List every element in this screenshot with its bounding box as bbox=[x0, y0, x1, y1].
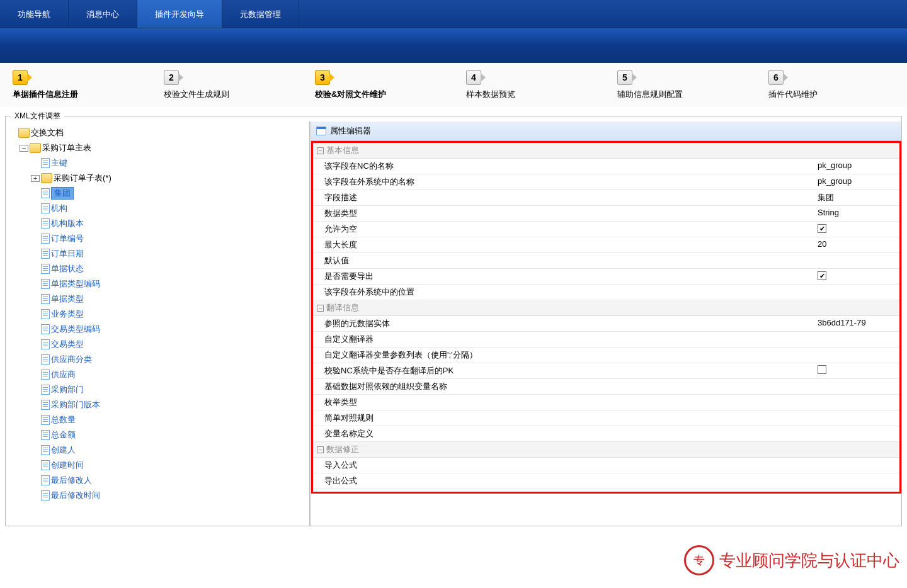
tree-label: 交易类型 bbox=[51, 339, 84, 350]
tree-node[interactable]: −采购订单主表 bbox=[8, 140, 307, 155]
step-label: 辅助信息规则配置 bbox=[617, 89, 756, 100]
tree-label: 供应商 bbox=[51, 369, 76, 380]
tree-node[interactable]: 采购部门 bbox=[8, 382, 307, 397]
tree-node[interactable]: 交易类型编码 bbox=[8, 322, 307, 337]
tree-node[interactable]: 订单日期 bbox=[8, 246, 307, 261]
prop-row[interactable]: 允许为空 bbox=[313, 222, 899, 237]
tree-node[interactable]: 总金额 bbox=[8, 427, 307, 443]
prop-value[interactable] bbox=[818, 397, 899, 408]
tree-node[interactable]: 总数量 bbox=[8, 412, 307, 427]
section-collapse-icon[interactable]: − bbox=[317, 446, 324, 453]
prop-value[interactable] bbox=[818, 286, 899, 298]
tree-node[interactable]: 单据状态 bbox=[8, 261, 307, 276]
prop-row[interactable]: 参照的元数据实体3b6dd171-79 bbox=[313, 316, 899, 332]
prop-value[interactable] bbox=[818, 223, 899, 235]
prop-row[interactable]: 自定义翻译器变量参数列表（使用';'分隔） bbox=[313, 348, 899, 363]
prop-value[interactable] bbox=[818, 255, 899, 266]
prop-value[interactable] bbox=[818, 334, 899, 345]
step-label: 插件代码维护 bbox=[768, 89, 907, 100]
tree-node[interactable]: +采购订单子表(*) bbox=[8, 171, 307, 186]
wizard-step-5[interactable]: 5辅助信息规则配置 bbox=[605, 70, 756, 100]
tree-node[interactable]: 最后修改时间 bbox=[8, 488, 307, 503]
prop-value[interactable]: String bbox=[818, 208, 899, 219]
prop-value[interactable] bbox=[818, 428, 899, 439]
tree-node[interactable]: 供应商 bbox=[8, 367, 307, 382]
prop-value[interactable] bbox=[818, 349, 899, 361]
prop-row[interactable]: 基础数据对照依赖的组织变量名称 bbox=[313, 379, 899, 395]
prop-value[interactable] bbox=[818, 460, 899, 471]
tree-node[interactable]: 订单编号 bbox=[8, 231, 307, 246]
prop-row[interactable]: 该字段在NC的名称pk_group bbox=[313, 159, 899, 174]
prop-row[interactable]: 导出公式 bbox=[313, 473, 899, 489]
tree-label: 采购部门版本 bbox=[51, 399, 100, 410]
prop-value[interactable] bbox=[818, 381, 899, 392]
prop-value[interactable]: 集团 bbox=[818, 192, 899, 203]
tree-pane[interactable]: 交换文档−采购订单主表主键+采购订单子表(*)集团机构机构版本订单编号订单日期单… bbox=[6, 122, 311, 526]
prop-value[interactable]: pk_group bbox=[818, 176, 899, 188]
prop-row[interactable]: 简单对照规则 bbox=[313, 410, 899, 426]
prop-value[interactable] bbox=[818, 271, 899, 282]
watermark: 专 专业顾问学院与认证中心 bbox=[684, 545, 899, 575]
tree-node[interactable]: 交易类型 bbox=[8, 337, 307, 352]
tree-node[interactable]: 最后修改人 bbox=[8, 473, 307, 488]
wizard-step-4[interactable]: 4样本数据预览 bbox=[454, 70, 605, 100]
top-tab-1[interactable]: 消息中心 bbox=[69, 0, 137, 28]
prop-row[interactable]: 变量名称定义 bbox=[313, 426, 899, 442]
prop-value[interactable]: pk_group bbox=[818, 161, 899, 172]
tree-node[interactable]: 机构 bbox=[8, 201, 307, 216]
prop-value[interactable] bbox=[818, 412, 899, 424]
prop-row[interactable]: 最大长度20 bbox=[313, 237, 899, 253]
top-tab-3[interactable]: 元数据管理 bbox=[222, 0, 299, 28]
checkbox-icon[interactable] bbox=[818, 365, 826, 374]
tree-node[interactable]: 采购部门版本 bbox=[8, 397, 307, 412]
expand-toggle-icon[interactable]: + bbox=[31, 175, 40, 182]
prop-section-header[interactable]: −翻译信息 bbox=[313, 300, 899, 316]
folder-icon bbox=[41, 173, 52, 183]
wizard-step-6[interactable]: 6插件代码维护 bbox=[756, 70, 907, 100]
prop-row[interactable]: 导入公式 bbox=[313, 458, 899, 473]
section-collapse-icon[interactable]: − bbox=[317, 305, 324, 312]
prop-row[interactable]: 枚举类型 bbox=[313, 395, 899, 410]
section-collapse-icon[interactable]: − bbox=[317, 147, 324, 154]
tree-node[interactable]: 创建时间 bbox=[8, 458, 307, 473]
tree-node[interactable]: 供应商分类 bbox=[8, 352, 307, 367]
prop-row[interactable]: 该字段在外系统中的位置 bbox=[313, 285, 899, 300]
prop-row[interactable]: 是否需要导出 bbox=[313, 269, 899, 285]
step-number-icon: 1 bbox=[13, 70, 28, 85]
wizard-step-1[interactable]: 1单据插件信息注册 bbox=[0, 70, 151, 100]
prop-value[interactable]: 3b6dd171-79 bbox=[818, 318, 899, 329]
tree-label: 交易类型编码 bbox=[51, 324, 100, 335]
prop-section-header[interactable]: −数据修正 bbox=[313, 442, 899, 458]
prop-row[interactable]: 自定义翻译器 bbox=[313, 332, 899, 348]
expand-toggle-icon[interactable]: − bbox=[20, 145, 28, 152]
prop-section-header[interactable]: −基本信息 bbox=[313, 143, 899, 159]
checkbox-icon[interactable] bbox=[818, 224, 826, 233]
prop-value[interactable] bbox=[818, 365, 899, 376]
prop-row[interactable]: 校验NC系统中是否存在翻译后的PK bbox=[313, 363, 899, 379]
prop-value[interactable]: 20 bbox=[818, 239, 899, 251]
tree-node[interactable]: 单据类型编码 bbox=[8, 276, 307, 291]
prop-row[interactable]: 字段描述集团 bbox=[313, 190, 899, 206]
tree-label: 供应商分类 bbox=[51, 354, 92, 365]
tree-node[interactable]: 单据类型 bbox=[8, 291, 307, 307]
wizard-step-3[interactable]: 3校验&对照文件维护 bbox=[302, 70, 454, 100]
tree-label: 主键 bbox=[51, 157, 67, 169]
wizard-step-2[interactable]: 2校验文件生成规则 bbox=[151, 70, 302, 100]
prop-value[interactable] bbox=[818, 475, 899, 487]
file-icon bbox=[41, 339, 50, 349]
prop-label: 是否需要导出 bbox=[324, 271, 818, 282]
prop-row[interactable]: 数据类型String bbox=[313, 206, 899, 222]
prop-row[interactable]: 默认值 bbox=[313, 253, 899, 269]
tree-node[interactable]: 主键 bbox=[8, 155, 307, 171]
tree-node[interactable]: 业务类型 bbox=[8, 307, 307, 322]
tree-node[interactable]: 创建人 bbox=[8, 443, 307, 458]
file-icon bbox=[41, 445, 50, 455]
checkbox-icon[interactable] bbox=[818, 271, 826, 280]
tree-node[interactable]: 机构版本 bbox=[8, 216, 307, 231]
top-tab-0[interactable]: 功能导航 bbox=[0, 0, 69, 28]
top-tab-2[interactable]: 插件开发向导 bbox=[137, 0, 222, 28]
tree-node[interactable]: 集团 bbox=[8, 186, 307, 201]
prop-row[interactable]: 该字段在外系统中的名称pk_group bbox=[313, 174, 899, 190]
tree-label: 总金额 bbox=[51, 429, 76, 441]
tree-node[interactable]: 交换文档 bbox=[8, 125, 307, 140]
